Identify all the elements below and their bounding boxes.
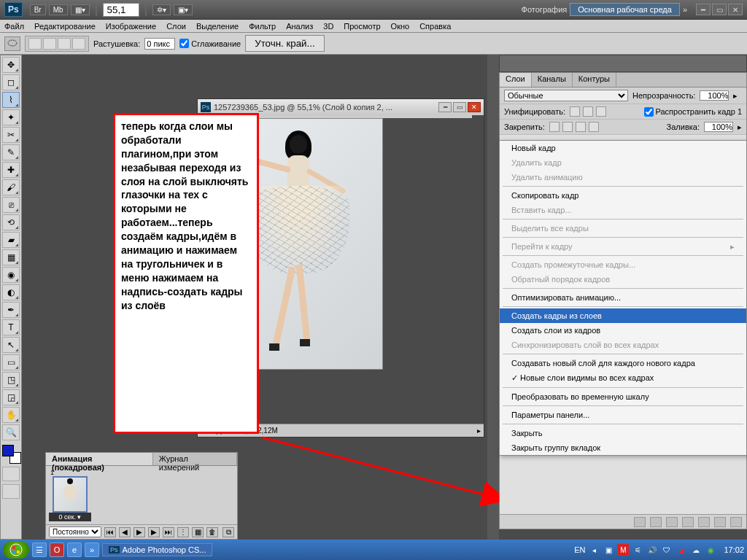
menu-item[interactable]: Закрыть — [500, 426, 746, 440]
duplicate-frame-button[interactable]: ▦ — [192, 527, 204, 537]
maximize-button[interactable]: ▭ — [712, 4, 727, 15]
gradient-tool[interactable]: ▦ — [2, 249, 20, 265]
taskbar-app-photoshop[interactable]: Ps Adobe Photoshop CS... — [102, 543, 212, 556]
unify-style-icon[interactable] — [596, 106, 606, 117]
animation-tab[interactable]: Анимация (покадровая) — [46, 453, 153, 465]
last-frame-button[interactable]: ⏭ — [163, 527, 174, 537]
blur-tool[interactable]: ◉ — [2, 267, 20, 283]
doc-close-button[interactable]: ✕ — [468, 102, 481, 112]
menu-item[interactable]: Создать кадры из слоев — [500, 308, 746, 323]
menu-filter[interactable]: Фильтр — [249, 22, 276, 31]
panel-dock-header[interactable] — [499, 55, 747, 72]
healing-tool[interactable]: ✚ — [2, 162, 20, 178]
screenmode-button[interactable]: ▣▾ — [174, 4, 193, 15]
marquee-tool[interactable]: ◻ — [2, 74, 20, 90]
menu-item[interactable]: Новый кадр — [500, 141, 746, 155]
link-layers-icon[interactable] — [634, 517, 646, 527]
quicklaunch-opera-icon[interactable]: O — [50, 542, 64, 557]
lock-transparent-icon[interactable] — [549, 122, 560, 132]
shape-tool[interactable]: ▭ — [2, 354, 20, 370]
doc-minimize-button[interactable]: ━ — [438, 102, 452, 112]
quicklaunch-ie-icon[interactable]: e — [67, 542, 82, 557]
menu-item[interactable]: Создать слои из кадров — [500, 323, 746, 338]
brush-tool[interactable]: 🖌 — [2, 179, 20, 195]
stamp-tool[interactable]: ⎚ — [2, 197, 20, 213]
propagate-checkbox[interactable]: Распространить кадр 1 — [644, 107, 742, 117]
view-extras-button[interactable]: ▦▾ — [71, 4, 90, 15]
refine-edge-button[interactable]: Уточн. край... — [245, 35, 324, 52]
menu-item[interactable]: Скопировать кадр — [500, 188, 746, 203]
type-tool[interactable]: T — [2, 319, 20, 335]
channels-tab[interactable]: Каналы — [532, 73, 573, 87]
tray-icon-volume[interactable]: 🔊 — [646, 544, 658, 556]
selection-intersect-icon[interactable] — [72, 38, 85, 50]
menu-select[interactable]: Выделение — [196, 22, 239, 31]
fill-input[interactable] — [704, 122, 733, 132]
quicklaunch-1[interactable]: ☰ — [32, 542, 47, 557]
animation-panel-menu[interactable]: Новый кадрУдалить кадрУдалить анимациюСк… — [499, 140, 747, 456]
tray-icon-1[interactable]: ◂ — [588, 544, 600, 556]
arrange-button[interactable]: ✲▾ — [152, 4, 171, 15]
tray-icon-m[interactable]: M — [617, 544, 629, 556]
menu-view[interactable]: Просмотр — [344, 22, 380, 31]
loop-select[interactable]: Постоянно — [49, 526, 101, 537]
tray-icon-6[interactable]: ◉ — [705, 544, 716, 556]
unify-visibility-icon[interactable] — [583, 106, 593, 117]
close-button[interactable]: ✕ — [728, 4, 743, 15]
tray-icon-5[interactable]: ☁ — [690, 544, 702, 556]
wand-tool[interactable]: ✦ — [2, 109, 20, 125]
crop-tool[interactable]: ✂ — [2, 127, 20, 143]
delete-frame-button[interactable]: 🗑 — [206, 527, 218, 537]
eraser-tool[interactable]: ▰ — [2, 232, 20, 248]
menu-3d[interactable]: 3D — [323, 22, 333, 31]
more-workspaces-icon[interactable]: » — [683, 5, 687, 14]
move-tool[interactable]: ✥ — [2, 57, 20, 73]
history-brush-tool[interactable]: ⟲ — [2, 214, 20, 230]
measurement-log-tab[interactable]: Журнал измерений — [153, 453, 237, 465]
start-button[interactable] — [3, 541, 29, 559]
screenmode-toggle[interactable] — [2, 484, 20, 499]
first-frame-button[interactable]: ⏮ — [104, 527, 116, 537]
selection-subtract-icon[interactable] — [58, 38, 71, 50]
tray-icon-2[interactable]: ▣ — [603, 544, 614, 556]
prev-frame-button[interactable]: ◀ — [119, 527, 131, 537]
layers-tab[interactable]: Слои — [500, 73, 532, 87]
active-tool-lasso-icon[interactable] — [4, 36, 20, 51]
workspace-switch[interactable]: Основная рабочая среда — [570, 3, 680, 16]
minibridge-button[interactable]: Mb — [49, 4, 68, 15]
selection-add-icon[interactable] — [43, 38, 56, 50]
dodge-tool[interactable]: ◐ — [2, 284, 20, 300]
group-icon[interactable] — [698, 517, 710, 527]
minimize-button[interactable]: ━ — [696, 4, 711, 15]
delete-layer-icon[interactable] — [730, 517, 742, 527]
play-button[interactable]: ▶ — [133, 527, 145, 537]
3d-tool[interactable]: ◳ — [2, 372, 20, 388]
adjustment-layer-icon[interactable] — [682, 517, 694, 527]
lock-all-icon[interactable] — [589, 122, 599, 132]
feather-input[interactable] — [144, 38, 175, 50]
menu-image[interactable]: Изображение — [106, 22, 156, 31]
lasso-tool[interactable]: ⌇ — [2, 92, 20, 108]
animation-frame[interactable]: 1 0 сек. ▾ — [49, 469, 91, 521]
tween-button[interactable]: ⋮ — [177, 527, 189, 537]
paths-tab[interactable]: Контуры — [573, 73, 616, 87]
quicklaunch-more[interactable]: » — [85, 542, 99, 557]
unify-position-icon[interactable] — [570, 106, 580, 117]
tray-icon-network[interactable]: ⚟ — [632, 544, 643, 556]
frame-thumbnail[interactable] — [53, 476, 88, 513]
menu-item[interactable]: Параметры панели... — [500, 408, 746, 422]
menu-item[interactable]: Создавать новый слой для каждого нового … — [500, 356, 746, 370]
doc-maximize-button[interactable]: ▭ — [453, 102, 466, 112]
layer-mask-icon[interactable] — [666, 517, 678, 527]
bridge-button[interactable]: Br — [30, 4, 46, 15]
selection-new-icon[interactable] — [28, 38, 42, 50]
zoom-tool[interactable]: 🔍 — [2, 424, 20, 440]
zoom-input[interactable] — [103, 3, 139, 17]
frame-duration[interactable]: 0 сек. ▾ — [49, 513, 91, 521]
taskbar-clock[interactable]: 17:02 — [724, 545, 744, 554]
quickmask-button[interactable] — [2, 467, 20, 481]
menu-layer[interactable]: Слои — [166, 22, 186, 31]
menu-edit[interactable]: Редактирование — [34, 22, 96, 31]
antialias-checkbox[interactable]: Сглаживание — [179, 39, 241, 48]
menu-item[interactable]: Оптимизировать анимацию... — [500, 290, 746, 305]
